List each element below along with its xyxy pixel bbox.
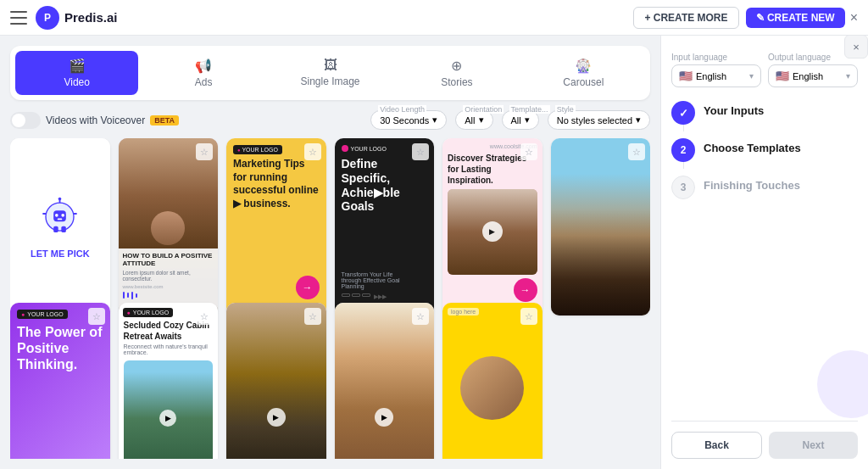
cabin-sub: Reconnect with nature's tranquil embrace… [119, 342, 219, 357]
template-card-purple[interactable]: ● YOUR LOGO The Power of Positive Thinki… [10, 303, 110, 459]
orientation-chevron: ▾ [479, 114, 484, 126]
next-button[interactable]: Next [769, 432, 858, 459]
templates-grid: LET ME PICK HO [10, 138, 650, 459]
step-2-number: 2 [681, 144, 687, 156]
pink-cta: → [514, 278, 537, 302]
robot-icon [36, 195, 83, 242]
bookmark-woman[interactable]: ☆ [196, 143, 213, 160]
style-chevron: ▾ [636, 114, 641, 126]
bookmark-forest[interactable]: ☆ [304, 308, 321, 325]
step-3-number: 3 [681, 181, 687, 193]
template-label: Template... [509, 105, 550, 114]
tab-carousel-label: Carousel [563, 76, 604, 88]
template-card-forest[interactable]: ▶ ☆ [226, 303, 326, 459]
beta-badge: BETA [150, 115, 179, 126]
bookmark-yellow-circle[interactable]: ☆ [520, 308, 537, 325]
template-card-couple[interactable]: ▶ ☆ [335, 303, 435, 459]
input-language-value: English [696, 71, 726, 81]
ads-icon: 📢 [195, 58, 212, 74]
sidebar-close-button[interactable]: × [844, 36, 868, 59]
bookmark-pink[interactable]: ☆ [520, 143, 537, 160]
video-length-chevron: ▾ [432, 114, 437, 126]
template-card-cabin[interactable]: ● YOUR LOGO Secluded Cozy Cabin Retreat … [119, 303, 219, 459]
bookmark-cabin[interactable]: ☆ [196, 308, 213, 325]
back-button[interactable]: Back [671, 432, 762, 459]
step-2-circle: 2 [671, 138, 695, 162]
template-value: All [511, 115, 521, 126]
purple-title: The Power of Positive Thinking. [17, 324, 103, 459]
template-filter[interactable]: Template... All ▾ [502, 110, 539, 130]
output-flag-icon: 🇺🇸 [776, 70, 789, 82]
style-filter[interactable]: Style No styles selected ▾ [548, 110, 650, 130]
image-icon: 🖼 [324, 58, 337, 73]
create-new-button[interactable]: ✎ CREATE NEW [746, 8, 845, 28]
step-1: ✓ Your Inputs [671, 101, 858, 125]
top-nav: P Predis.ai + CREATE MORE ✎ CREATE NEW × [0, 0, 868, 36]
lang-section: Input language 🇺🇸 English ▾ Output langu… [671, 53, 858, 87]
template-card-pink[interactable]: www.coolsite.com Discover Strategies for… [442, 138, 542, 315]
step-3: 3 Finishing Touches [671, 176, 858, 199]
template-card-yellow[interactable]: ● YOUR LOGO Marketing Tips for running s… [226, 138, 326, 315]
template-card-yellow-circle[interactable]: logo here ☆ [442, 303, 542, 459]
video-length-filter[interactable]: Video Length 30 Seconds ▾ [370, 110, 447, 130]
left-panel: 🎬 Video 📢 Ads 🖼 Single Image ⊕ Stories 🎡 [0, 36, 660, 469]
template-card-ai[interactable]: LET ME PICK [10, 138, 110, 315]
template-card-dark[interactable]: YOUR LOGO DefineSpecific,Achie▶bleGoals … [335, 138, 435, 315]
tab-carousel[interactable]: 🎡 Carousel [522, 51, 645, 95]
orientation-filter[interactable]: Orientation All ▾ [455, 110, 492, 130]
input-language-label: Input language [671, 53, 761, 62]
step-1-circle: ✓ [671, 101, 695, 125]
voiceover-label: Videos with Voiceover [46, 114, 145, 126]
bookmark-dark[interactable]: ☆ [412, 143, 429, 160]
input-flag-icon: 🇺🇸 [679, 70, 693, 82]
purple-logo: ● YOUR LOGO [17, 310, 68, 319]
action-buttons: Back Next [671, 421, 858, 459]
output-lang-chevron: ▾ [846, 71, 850, 81]
dark-title: DefineSpecific,Achie▶bleGoals [342, 157, 428, 271]
tab-stories-label: Stories [441, 76, 472, 88]
cabin-logo: ● YOUR LOGO [123, 308, 174, 317]
tab-video[interactable]: 🎬 Video [15, 51, 138, 95]
hamburger-menu[interactable] [10, 11, 27, 25]
ai-pick-label: LET ME PICK [31, 248, 90, 259]
logo: P Predis.ai [36, 6, 118, 30]
output-language-value: English [793, 71, 823, 81]
input-lang-chevron: ▾ [749, 71, 754, 81]
logo-text: Predis.ai [64, 10, 118, 25]
tabs-container: 🎬 Video 📢 Ads 🖼 Single Image ⊕ Stories 🎡 [10, 46, 650, 100]
check-icon: ✓ [679, 107, 688, 120]
yellow-cta: → [296, 276, 320, 299]
tab-single-image[interactable]: 🖼 Single Image [269, 51, 392, 95]
step-3-content: Finishing Touches [704, 176, 858, 192]
svg-rect-10 [62, 226, 66, 232]
bookmark-purple[interactable]: ☆ [88, 308, 105, 325]
stories-icon: ⊕ [451, 58, 462, 74]
logo-icon: P [36, 6, 59, 30]
template-card-woman[interactable]: HOW TO BUILD A POSITIVE ATTITUDE Lorem i… [119, 138, 219, 315]
template-card-mountain[interactable]: ☆ [551, 138, 651, 315]
create-more-button[interactable]: + CREATE MORE [633, 7, 738, 29]
input-language-field: Input language 🇺🇸 English ▾ [671, 53, 761, 87]
output-language-field: Output language 🇺🇸 English ▾ [768, 53, 858, 87]
right-sidebar: × Input language 🇺🇸 English ▾ Output lan… [660, 36, 868, 469]
tab-video-label: Video [64, 76, 89, 88]
bookmark-yellow[interactable]: ☆ [304, 143, 321, 160]
tab-ads-label: Ads [195, 76, 213, 88]
output-language-select[interactable]: 🇺🇸 English ▾ [768, 64, 858, 87]
tab-ads[interactable]: 📢 Ads [142, 51, 264, 95]
carousel-icon: 🎡 [575, 58, 592, 74]
input-language-select[interactable]: 🇺🇸 English ▾ [671, 64, 761, 87]
voiceover-toggle: Videos with Voiceover BETA [10, 112, 179, 129]
close-button[interactable]: × [850, 10, 858, 25]
app-container: P Predis.ai + CREATE MORE ✎ CREATE NEW ×… [0, 0, 868, 469]
bookmark-couple[interactable]: ☆ [412, 308, 429, 325]
style-value: No styles selected [557, 115, 632, 126]
step-2-label: Choose Templates [704, 142, 858, 154]
voiceover-switch[interactable] [10, 112, 41, 129]
step-1-content: Your Inputs [704, 101, 858, 117]
step-1-label: Your Inputs [704, 104, 858, 117]
bookmark-mountain[interactable]: ☆ [628, 143, 645, 160]
tab-stories[interactable]: ⊕ Stories [395, 51, 518, 95]
svg-point-3 [62, 214, 65, 217]
main-content: 🎬 Video 📢 Ads 🖼 Single Image ⊕ Stories 🎡 [0, 36, 868, 469]
